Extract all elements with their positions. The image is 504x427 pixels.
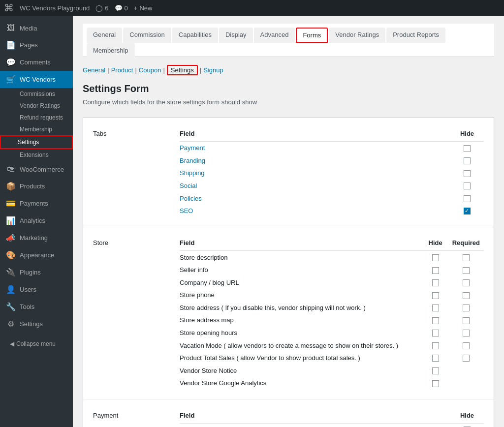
hide-checkbox-cell[interactable] [423, 289, 452, 302]
hide-checkbox-cell[interactable] [423, 352, 452, 365]
hide-checkbox[interactable] [432, 279, 439, 286]
sidebar-item-settings[interactable]: ⚙ Settings [0, 315, 73, 333]
sidebar-sub-commissions[interactable]: Commissions [0, 88, 73, 100]
hide-checkbox-cell[interactable] [454, 205, 484, 217]
hide-checkbox[interactable] [432, 330, 439, 336]
sidebar-sub-membership[interactable]: Membership [0, 123, 73, 135]
sidebar-sub-settings[interactable]: Settings [0, 135, 73, 149]
sidebar-item-tools[interactable]: 🔧 Tools [0, 298, 73, 315]
admin-bar: ⌘ WC Vendors Playground ◯ 6 💬 0 + New [0, 0, 504, 16]
hide-checkbox[interactable] [464, 208, 471, 214]
sidebar-item-analytics[interactable]: 📊 Analytics [0, 212, 73, 229]
hide-checkbox[interactable] [432, 355, 439, 362]
hide-checkbox[interactable] [464, 157, 471, 164]
hide-checkbox-cell[interactable] [423, 364, 452, 377]
table-row: Product Total Sales ( allow Vendor to sh… [180, 352, 484, 365]
required-checkbox[interactable] [463, 292, 470, 299]
tab-advanced[interactable]: Advanced [254, 28, 295, 43]
sidebar-item-appearance[interactable]: 🎨 Appearance [0, 246, 73, 264]
breadcrumb-settings[interactable]: Settings [167, 65, 198, 75]
sidebar-item-products[interactable]: 📦 Products [0, 178, 73, 195]
hide-checkbox[interactable] [464, 145, 471, 152]
breadcrumb-product[interactable]: Product [111, 66, 133, 74]
updates-count[interactable]: ◯ 6 [95, 4, 108, 12]
required-checkbox-cell[interactable] [452, 276, 484, 289]
tab-membership[interactable]: Membership [87, 43, 135, 57]
hide-checkbox-cell[interactable] [423, 264, 452, 276]
tab-forms[interactable]: Forms [296, 28, 328, 43]
required-checkbox[interactable] [463, 254, 470, 261]
wp-logo[interactable]: ⌘ [4, 2, 14, 14]
sidebar-item-woocommerce[interactable]: 🛍 WooCommerce [0, 161, 73, 178]
hide-checkbox-cell[interactable] [423, 377, 452, 390]
hide-checkbox[interactable] [432, 267, 439, 274]
required-checkbox[interactable] [463, 317, 470, 324]
hide-checkbox[interactable] [464, 195, 471, 202]
required-checkbox[interactable] [463, 305, 470, 311]
hide-checkbox[interactable] [432, 317, 439, 324]
required-checkbox[interactable] [463, 330, 470, 336]
required-checkbox[interactable] [463, 342, 470, 349]
sidebar-item-marketing[interactable]: 📣 Marketing [0, 229, 73, 246]
hide-checkbox-cell[interactable] [454, 192, 484, 205]
tab-display[interactable]: Display [219, 28, 253, 43]
hide-checkbox-cell[interactable] [423, 339, 452, 352]
required-checkbox-cell[interactable] [452, 264, 484, 276]
tools-icon: 🔧 [6, 302, 16, 311]
new-content-button[interactable]: + New [134, 4, 153, 12]
hide-checkbox-cell[interactable] [454, 167, 484, 180]
required-checkbox-cell[interactable] [452, 327, 484, 339]
field-name: Store address ( If you disable this, ven… [180, 302, 423, 314]
sidebar-item-media[interactable]: 🖼 Media [0, 20, 73, 36]
sidebar-item-pages[interactable]: 📄 Pages [0, 36, 73, 54]
required-checkbox-cell[interactable] [452, 289, 484, 302]
hide-checkbox[interactable] [432, 305, 439, 311]
sidebar-item-comments[interactable]: 💬 Comments [0, 54, 73, 71]
tab-general[interactable]: General [87, 28, 122, 43]
required-checkbox-cell[interactable] [452, 314, 484, 327]
tab-commission[interactable]: Commission [123, 28, 171, 43]
required-empty-cell [452, 364, 484, 377]
tab-product-reports[interactable]: Product Reports [386, 28, 445, 43]
required-checkbox[interactable] [463, 267, 470, 274]
hide-checkbox[interactable] [464, 183, 471, 189]
comments-count[interactable]: 💬 0 [115, 4, 128, 12]
hide-checkbox-cell[interactable] [423, 314, 452, 327]
required-checkbox-cell[interactable] [452, 302, 484, 314]
hide-checkbox-cell[interactable] [423, 251, 452, 264]
required-checkbox-cell[interactable] [452, 251, 484, 264]
hide-checkbox-cell[interactable] [423, 327, 452, 339]
hide-checkbox[interactable] [432, 380, 439, 387]
tabs-section: Tabs Field Hide Payment Branding Shippin… [83, 118, 494, 227]
hide-checkbox[interactable] [432, 254, 439, 261]
sidebar-item-wc-vendors[interactable]: 🛒 WC Vendors [0, 71, 73, 88]
required-checkbox-cell[interactable] [452, 352, 484, 365]
sidebar-sub-vendor-ratings[interactable]: Vendor Ratings [0, 100, 73, 112]
tabs-field-table: Field Hide Payment Branding Shipping Soc… [180, 128, 484, 217]
required-checkbox[interactable] [463, 355, 470, 362]
sidebar-sub-refund-requests[interactable]: Refund requests [0, 112, 73, 123]
hide-checkbox-cell[interactable] [454, 180, 484, 192]
tab-capabilities[interactable]: Capabilities [172, 28, 218, 43]
hide-checkbox[interactable] [432, 367, 439, 374]
hide-checkbox[interactable] [464, 170, 471, 177]
required-checkbox[interactable] [463, 279, 470, 286]
sidebar-sub-extensions[interactable]: Extensions [0, 149, 73, 161]
hide-checkbox[interactable] [432, 342, 439, 349]
hide-checkbox[interactable] [432, 292, 439, 299]
hide-checkbox-cell[interactable] [423, 302, 452, 314]
sidebar-item-payments[interactable]: 💳 Payments [0, 195, 73, 212]
site-name[interactable]: WC Vendors Playground [20, 4, 90, 12]
collapse-menu-button[interactable]: ◀ Collapse menu [4, 336, 69, 351]
breadcrumb-signup[interactable]: Signup [203, 66, 223, 74]
required-checkbox-cell[interactable] [452, 339, 484, 352]
hide-checkbox-cell[interactable] [423, 276, 452, 289]
hide-checkbox-cell[interactable] [454, 142, 484, 154]
sidebar-item-plugins[interactable]: 🔌 Plugins [0, 264, 73, 281]
sidebar-item-users[interactable]: 👤 Users [0, 281, 73, 298]
tab-vendor-ratings[interactable]: Vendor Ratings [329, 28, 385, 43]
breadcrumb-general[interactable]: General [83, 66, 105, 74]
hide-checkbox-cell[interactable] [454, 423, 484, 427]
breadcrumb-coupon[interactable]: Coupon [139, 66, 161, 74]
hide-checkbox-cell[interactable] [454, 154, 484, 167]
